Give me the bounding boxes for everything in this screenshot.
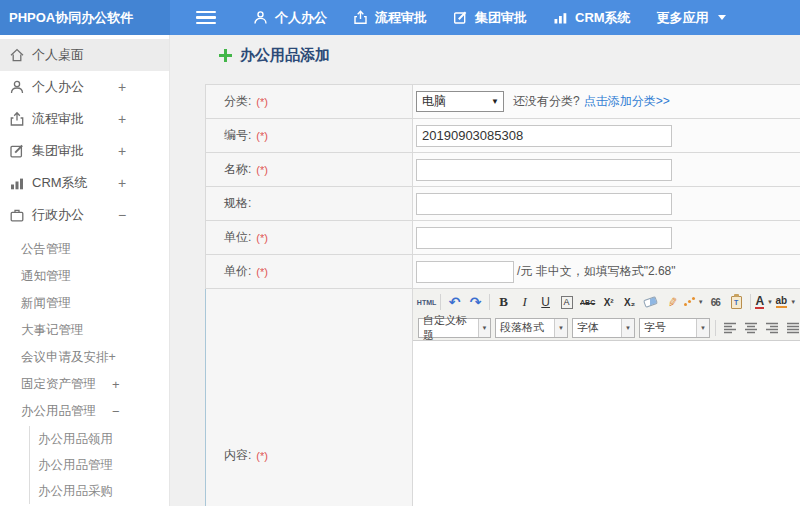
editor-content-area[interactable] xyxy=(413,341,800,506)
superscript-button[interactable]: X² xyxy=(599,293,618,312)
category-select[interactable]: 电脑 ▼ xyxy=(416,91,504,112)
toolbar-separator xyxy=(715,320,716,336)
category-label: 分类: (*) xyxy=(206,85,413,118)
bold-button[interactable]: B xyxy=(494,293,513,312)
label-text: 单价: xyxy=(224,263,251,280)
toolbar-separator xyxy=(750,294,751,310)
spec-field xyxy=(413,187,800,220)
sidebar-item-supplies-requisition[interactable]: 办公用品领用 xyxy=(30,426,169,452)
paragraph-format-dropdown[interactable]: 段落格式 ▼ xyxy=(495,318,568,338)
content-label: 内容: (*) xyxy=(206,289,413,506)
text-box-button[interactable]: A xyxy=(557,293,576,312)
sparkle-icon xyxy=(683,297,695,307)
expand-plus-icon[interactable]: + xyxy=(118,103,126,135)
underline-button[interactable]: U xyxy=(536,293,555,312)
hamburger-menu-icon[interactable] xyxy=(196,11,216,25)
price-input[interactable] xyxy=(416,261,514,283)
nav-group-approval[interactable]: 集团审批 xyxy=(453,9,527,27)
name-field xyxy=(413,153,800,186)
sidebar-item-process-approval[interactable]: 流程审批 + xyxy=(0,103,169,135)
bar-chart-icon xyxy=(553,10,568,25)
price-label: 单价: (*) xyxy=(206,255,413,288)
bar-chart-icon xyxy=(9,175,25,191)
align-justify-button[interactable] xyxy=(783,318,800,337)
caret-down-icon: ▼ xyxy=(478,319,490,337)
custom-heading-dropdown[interactable]: 自定义标题 ▼ xyxy=(418,318,491,338)
user-icon xyxy=(9,79,25,95)
align-justify-icon xyxy=(786,322,800,334)
nav-label: 更多应用 xyxy=(657,9,709,27)
nav-more-apps[interactable]: 更多应用 xyxy=(657,9,726,27)
sidebar-subitem-label: 新闻管理 xyxy=(21,295,71,312)
rich-text-editor: HTML ↶ ↷ B I U A ABC X² X₂ ✎ ▼ 66 xyxy=(413,289,800,506)
sidebar-item-admin-office[interactable]: 行政办公 − xyxy=(0,199,169,231)
format-brush-button[interactable]: ✎ xyxy=(662,293,681,312)
sidebar-item-group-approval[interactable]: 集团审批 + xyxy=(0,135,169,167)
label-text: 单位: xyxy=(224,229,251,246)
name-input[interactable] xyxy=(416,159,672,181)
sidebar-item-notice-mgmt[interactable]: 通知管理 xyxy=(0,263,169,290)
unit-input[interactable] xyxy=(416,227,672,249)
sidebar-item-office-supplies-mgmt[interactable]: 办公用品管理 − xyxy=(0,398,169,425)
home-icon xyxy=(9,47,25,63)
sidebar-item-meeting-mgmt[interactable]: 会议申请及安排+ xyxy=(0,344,169,371)
align-right-button[interactable] xyxy=(762,318,781,337)
required-mark: (*) xyxy=(256,164,268,176)
collapse-minus-icon[interactable]: − xyxy=(112,398,120,425)
strikethrough-button[interactable]: ABC xyxy=(578,293,597,312)
sidebar-leaf-group: 办公用品领用 办公用品管理 办公用品采购 xyxy=(29,426,169,504)
sidebar-item-news-mgmt[interactable]: 新闻管理 xyxy=(0,290,169,317)
sidebar-item-fixed-assets-mgmt[interactable]: 固定资产管理 + xyxy=(0,371,169,398)
sidebar-item-supplies-management[interactable]: 办公用品管理 xyxy=(30,452,169,478)
sidebar-item-personal-office[interactable]: 个人办公 + xyxy=(0,71,169,103)
collapse-minus-icon[interactable]: − xyxy=(118,199,126,231)
add-category-link[interactable]: 点击添加分类>> xyxy=(584,93,670,110)
highlight-color-button[interactable]: ab▼ xyxy=(776,293,796,312)
blockquote-button[interactable]: 66 xyxy=(706,293,725,312)
html-source-button[interactable]: HTML xyxy=(417,293,436,312)
code-input[interactable] xyxy=(416,125,672,147)
caret-down-icon: ▼ xyxy=(790,299,796,305)
subscript-button[interactable]: X₂ xyxy=(620,293,639,312)
nav-crm-system[interactable]: CRM系统 xyxy=(553,9,631,27)
sidebar-item-label: CRM系统 xyxy=(32,174,88,192)
align-left-icon xyxy=(723,322,737,334)
expand-plus-icon[interactable]: + xyxy=(118,71,126,103)
sidebar-item-personal-desktop[interactable]: 个人桌面 xyxy=(0,39,169,71)
sidebar-subitem-label: 固定资产管理 xyxy=(21,376,96,393)
app-logo[interactable]: PHPOA协同办公软件 xyxy=(0,0,170,35)
paste-as-text-button[interactable] xyxy=(727,293,746,312)
sidebar-leaf-label: 办公用品领用 xyxy=(38,431,113,448)
sidebar-item-events-mgmt[interactable]: 大事记管理 xyxy=(0,317,169,344)
sidebar-item-announcement-mgmt[interactable]: 公告管理 xyxy=(0,236,169,263)
align-center-button[interactable] xyxy=(741,318,760,337)
spec-input[interactable] xyxy=(416,193,672,215)
redo-button[interactable]: ↷ xyxy=(466,293,485,312)
nav-process-approval[interactable]: 流程审批 xyxy=(353,9,427,27)
expand-plus-icon[interactable]: + xyxy=(118,135,126,167)
label-text: 分类: xyxy=(224,93,251,110)
font-color-button[interactable]: A▼ xyxy=(755,293,774,312)
unit-field xyxy=(413,221,800,254)
undo-button[interactable]: ↶ xyxy=(445,293,464,312)
eraser-button[interactable] xyxy=(641,293,660,312)
editor-toolbar-row2: 自定义标题 ▼ 段落格式 ▼ 字体 ▼ 字号 ▼ xyxy=(413,315,800,341)
font-size-dropdown[interactable]: 字号 ▼ xyxy=(639,318,710,338)
sidebar-item-crm-system[interactable]: CRM系统 + xyxy=(0,167,169,199)
sidebar-subitem-label: 办公用品管理 xyxy=(21,403,96,420)
page-title-text: 办公用品添加 xyxy=(240,46,330,65)
briefcase-icon xyxy=(9,207,25,223)
nav-personal-office[interactable]: 个人办公 xyxy=(253,9,327,27)
font-family-dropdown[interactable]: 字体 ▼ xyxy=(572,318,635,338)
expand-plus-icon[interactable]: + xyxy=(112,371,120,398)
expand-plus-icon[interactable]: + xyxy=(118,167,126,199)
required-mark: (*) xyxy=(256,130,268,142)
clipboard-icon xyxy=(731,296,742,309)
quick-format-button[interactable]: ▼ xyxy=(683,293,704,312)
sidebar-item-supplies-purchase[interactable]: 办公用品采购 xyxy=(30,478,169,504)
italic-button[interactable]: I xyxy=(515,293,534,312)
office-supply-form: 分类: (*) 电脑 ▼ 还没有分类? 点击添加分类>> 编号: (*) 名称:… xyxy=(205,84,800,506)
sidebar-leaf-label: 办公用品采购 xyxy=(38,483,113,500)
align-left-button[interactable] xyxy=(720,318,739,337)
sidebar-leaf-label: 办公用品管理 xyxy=(38,457,113,474)
